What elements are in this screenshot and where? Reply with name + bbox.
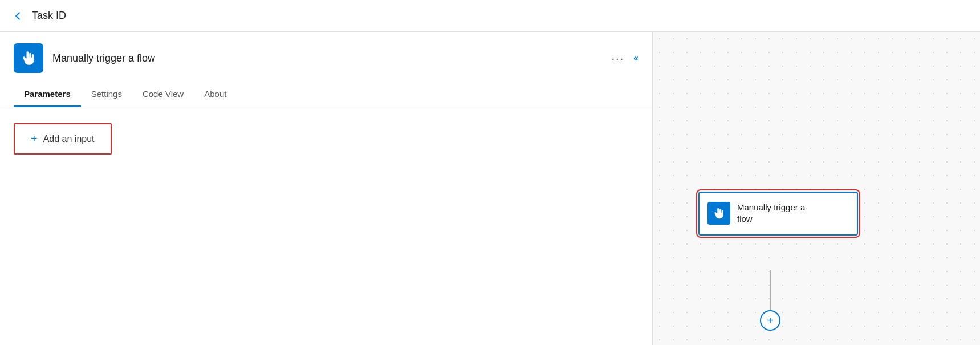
left-panel: Manually trigger a flow ··· « Parameters…	[0, 32, 653, 345]
trigger-icon-box	[14, 43, 43, 73]
canvas-node-icon	[707, 202, 730, 225]
tab-about[interactable]: About	[194, 82, 237, 107]
tab-settings[interactable]: Settings	[81, 82, 132, 107]
connector-line	[770, 270, 771, 310]
trigger-title: Manually trigger a flow	[52, 52, 611, 64]
canvas-node-trigger-icon	[713, 207, 725, 220]
tab-code-view[interactable]: Code View	[132, 82, 194, 107]
back-button[interactable]	[11, 10, 24, 22]
plus-icon: +	[31, 132, 38, 145]
tabs-bar: Parameters Settings Code View About	[0, 82, 652, 107]
more-options-button[interactable]: ···	[611, 52, 624, 65]
trigger-icon	[21, 50, 36, 66]
main-layout: Manually trigger a flow ··· « Parameters…	[0, 32, 980, 345]
parameters-content: + Add an input	[0, 107, 652, 345]
trigger-actions: ··· «	[611, 52, 639, 65]
canvas-panel: Manually trigger a flow +	[653, 32, 980, 345]
collapse-button[interactable]: «	[633, 53, 639, 63]
add-step-button[interactable]: +	[760, 310, 780, 331]
trigger-header: Manually trigger a flow ··· «	[0, 32, 652, 82]
canvas-node[interactable]: Manually trigger a flow	[698, 192, 858, 236]
tab-parameters[interactable]: Parameters	[14, 82, 81, 107]
add-input-label: Add an input	[43, 134, 95, 144]
page-title: Task ID	[32, 10, 66, 22]
add-step-icon: +	[767, 314, 774, 327]
top-header: Task ID	[0, 0, 980, 32]
add-input-button[interactable]: + Add an input	[14, 123, 112, 155]
canvas-node-text: Manually trigger a flow	[737, 202, 805, 225]
